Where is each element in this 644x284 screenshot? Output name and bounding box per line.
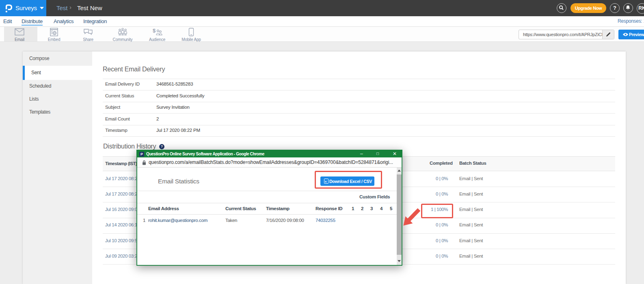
- svg-text:$: $: [153, 28, 156, 34]
